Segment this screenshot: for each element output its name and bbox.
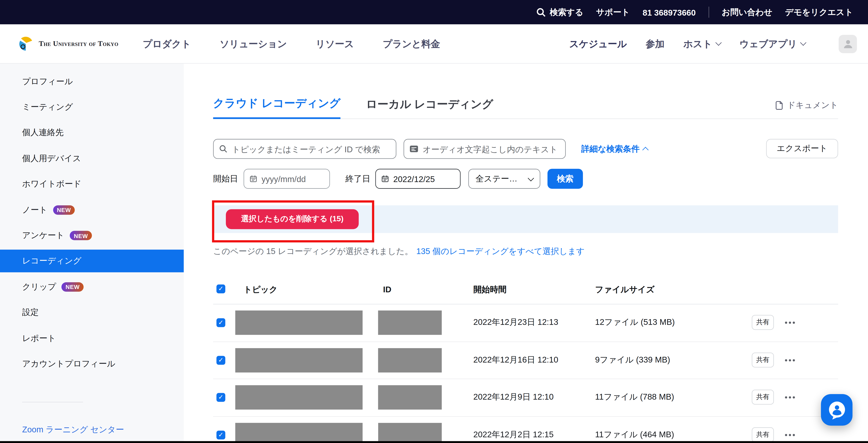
export-button[interactable]: エクスポート <box>766 139 838 158</box>
status-select[interactable]: 全ステー… <box>468 169 540 189</box>
chevron-down-icon <box>800 39 806 46</box>
screenshot-bottom-edge <box>0 441 868 443</box>
topbar-request-demo-link[interactable]: デモをリクエスト <box>785 7 853 18</box>
user-avatar[interactable] <box>839 34 857 53</box>
end-date-label: 終了日 <box>345 173 370 184</box>
redacted-topic <box>235 311 363 335</box>
share-button[interactable]: 共有 <box>752 315 774 330</box>
sidebar-item-label: 個人連絡先 <box>22 128 64 138</box>
redacted-topic <box>235 348 363 372</box>
main-nav: プロダクト ソリューション リソース プランと料金 <box>143 37 440 50</box>
tab-cloud-recordings[interactable]: クラウド レコーディング <box>213 96 340 119</box>
nav-resources[interactable]: リソース <box>316 37 354 50</box>
select-all-checkbox[interactable] <box>216 284 225 293</box>
learning-center-link[interactable]: Zoom ラーニング センター <box>22 424 184 435</box>
row-file-size: 9ファイル (339 MB) <box>595 354 670 365</box>
sidebar-item-devices[interactable]: 個人用デバイス <box>0 146 184 171</box>
redacted-id <box>378 385 442 409</box>
sidebar-item-label: 設定 <box>22 307 39 318</box>
row-start-time: 2022年12月2日 12:15 <box>473 429 554 440</box>
topic-search-input[interactable] <box>232 144 390 154</box>
row-checkbox[interactable] <box>216 431 225 439</box>
nav-webapp-menu[interactable]: ウェブアプリ <box>739 37 805 50</box>
topbar-search-link[interactable]: 検索する <box>536 7 583 18</box>
transcript-search-input[interactable] <box>423 144 560 154</box>
sidebar-item-meetings[interactable]: ミーティング <box>0 94 184 120</box>
sidebar-item-profile[interactable]: プロフィール <box>0 69 184 94</box>
tab-local-recordings[interactable]: ローカル レコーディング <box>366 97 493 118</box>
share-button[interactable]: 共有 <box>752 352 774 367</box>
sidebar-item-label: プロフィール <box>22 76 73 87</box>
row-start-time: 2022年12月23日 12:13 <box>473 317 558 327</box>
nav-host-menu[interactable]: ホスト <box>683 37 721 50</box>
delete-selected-button[interactable]: 選択したものを削除する (15) <box>226 209 359 229</box>
calendar-icon <box>381 175 389 183</box>
row-file-size: 12ファイル (513 MB) <box>595 317 675 327</box>
more-actions-icon[interactable] <box>785 396 787 399</box>
sidebar-item-label: ミーティング <box>22 102 73 113</box>
university-logo-text: The University of Tokyo <box>39 39 118 48</box>
nav-solutions[interactable]: ソリューション <box>220 37 287 50</box>
row-checkbox[interactable] <box>216 393 225 402</box>
redacted-topic <box>235 385 363 409</box>
sidebar-item-label: ノート <box>22 204 48 215</box>
nav-schedule[interactable]: スケジュール <box>569 37 627 50</box>
nav-host-label: ホスト <box>683 37 712 50</box>
redacted-topic <box>235 422 363 443</box>
sidebar-item-clips[interactable]: クリップNEW <box>0 274 184 299</box>
nav-products[interactable]: プロダクト <box>143 37 191 50</box>
university-logo[interactable]: The University of Tokyo <box>18 35 118 52</box>
transcript-search-box <box>404 139 566 159</box>
chat-person-icon <box>826 400 847 420</box>
share-button[interactable]: 共有 <box>752 427 774 442</box>
sidebar-item-surveys[interactable]: アンケートNEW <box>0 223 184 248</box>
zoom-web-portal: 検索する サポート 81 368973660 お問い合わせ デモをリクエスト T… <box>0 0 868 443</box>
topbar-support-link[interactable]: サポート <box>596 7 630 18</box>
documentation-label: ドキュメント <box>787 100 838 110</box>
tabs-row: クラウド レコーディング ローカル レコーディング ドキュメント <box>213 96 838 119</box>
sidebar-item-label: アカウントプロフィール <box>22 358 115 369</box>
more-actions-icon[interactable] <box>785 321 787 324</box>
sidebar-item-label: ホワイトボード <box>22 179 82 189</box>
new-badge: NEW <box>70 231 92 240</box>
share-button[interactable]: 共有 <box>752 390 774 405</box>
row-start-time: 2022年12月16日 12:10 <box>473 354 558 365</box>
column-start-time: 開始時間 <box>473 284 506 295</box>
sidebar-item-contacts[interactable]: 個人連絡先 <box>0 120 184 146</box>
new-badge: NEW <box>62 282 84 292</box>
sidebar-item-whiteboard[interactable]: ホワイトボード <box>0 171 184 197</box>
nav-plans-pricing[interactable]: プランと料金 <box>383 37 440 50</box>
sidebar: プロフィール ミーティング 個人連絡先 個人用デバイス ホワイトボード ノートN… <box>0 64 184 443</box>
table-row: 2022年12月16日 12:10 9ファイル (339 MB) 共有 <box>213 342 838 379</box>
more-actions-icon[interactable] <box>785 359 787 361</box>
row-file-size: 11ファイル (788 MB) <box>595 392 674 402</box>
search-button[interactable]: 検索 <box>548 169 583 189</box>
sidebar-item-settings[interactable]: 設定 <box>0 300 184 325</box>
sidebar-item-label: レコーディング <box>22 256 82 266</box>
select-all-link[interactable]: 135 個のレコーディングをすべて選択します <box>416 246 585 256</box>
more-actions-icon[interactable] <box>785 434 787 436</box>
row-checkbox[interactable] <box>216 318 225 327</box>
search-icon <box>219 145 227 153</box>
site-header: The University of Tokyo プロダクト ソリューション リソ… <box>0 24 868 64</box>
chevron-down-icon <box>528 175 534 182</box>
person-icon <box>842 38 854 50</box>
table-row: 2022年12月2日 12:15 11ファイル (464 MB) 共有 <box>213 417 838 443</box>
header-right-nav: スケジュール 参加 ホスト ウェブアプリ <box>569 34 868 53</box>
topbar-contact-link[interactable]: お問い合わせ <box>722 7 772 18</box>
topbar-divider <box>708 7 709 18</box>
sidebar-item-reports[interactable]: レポート <box>0 325 184 351</box>
topic-search-box <box>213 139 396 159</box>
sidebar-item-notes[interactable]: ノートNEW <box>0 197 184 223</box>
table-row: 2022年12月23日 12:13 12ファイル (513 MB) 共有 <box>213 304 838 342</box>
advanced-search-link[interactable]: 詳細な検索条件 <box>581 144 648 154</box>
start-date-input[interactable] <box>261 174 324 184</box>
support-chat-button[interactable] <box>821 394 852 425</box>
documentation-link[interactable]: ドキュメント <box>775 100 838 110</box>
row-checkbox[interactable] <box>216 356 225 365</box>
nav-join[interactable]: 参加 <box>646 37 664 50</box>
end-date-input[interactable] <box>393 174 454 184</box>
sidebar-item-recordings[interactable]: レコーディング <box>0 250 184 273</box>
sidebar-item-account-profile[interactable]: アカウントプロフィール <box>0 351 184 377</box>
table-header: トピック ID 開始時間 ファイルサイズ <box>213 279 838 304</box>
